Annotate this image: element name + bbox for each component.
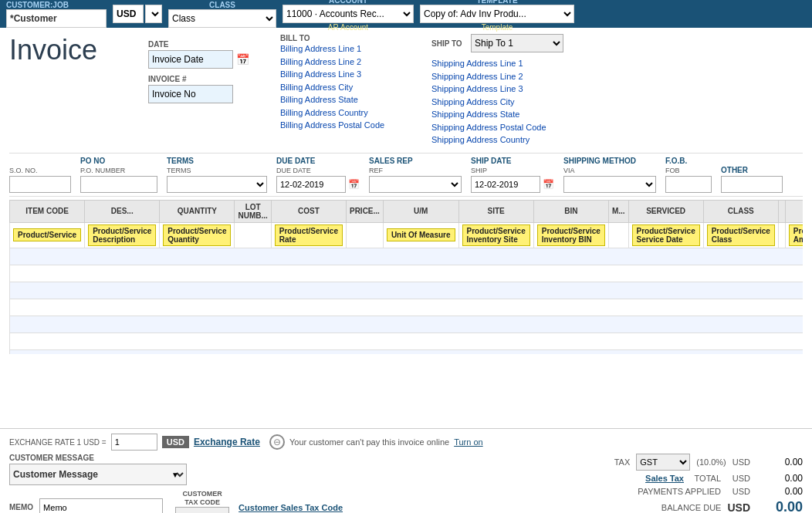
cell-desc[interactable]: Product/ServiceDescription <box>85 222 160 248</box>
bill-to-label: BILL TO <box>280 34 419 42</box>
template-select[interactable]: Copy of: Adv Inv Produ... <box>420 5 574 23</box>
cell-amount[interactable]: Product/ServiceAmount <box>785 222 803 248</box>
col-amount: AMOUNT <box>785 200 803 222</box>
ship-line-1: Shipping Address Line 1 <box>431 57 601 70</box>
po-no-col: PO No P.O. NUMBER <box>80 157 157 193</box>
due-date-col: Due Date DUE DATE 📅 <box>276 157 360 193</box>
terms-select[interactable] <box>167 176 267 193</box>
ship-country: Shipping Address Country <box>431 133 601 147</box>
other-col: Other <box>721 166 783 193</box>
sales-tax-link[interactable]: Sales Tax <box>645 474 684 483</box>
turn-on-link[interactable]: Turn on <box>454 437 483 447</box>
cell-cost[interactable]: Product/ServiceRate <box>271 222 346 248</box>
exchange-rate-input[interactable] <box>111 434 157 451</box>
currency-group: ▼ <box>113 5 162 23</box>
footer-main: CUSTOMER MESSAGE Customer Message ▼ MEMO… <box>9 454 803 513</box>
cell-bin[interactable]: Product/ServiceInventory BIN <box>533 222 608 248</box>
cell-lot[interactable] <box>235 222 271 248</box>
table-row[interactable] <box>10 316 804 332</box>
due-date-input[interactable] <box>276 176 346 193</box>
payments-label: PAYMENTS APPLIED <box>628 487 721 496</box>
fob-input[interactable] <box>665 176 712 193</box>
terms-label: Terms <box>167 157 267 165</box>
due-date-calendar-icon[interactable]: 📅 <box>348 179 360 190</box>
table-row[interactable] <box>10 265 804 282</box>
tooltip-product-service: Product/Service <box>13 228 81 241</box>
currency-select[interactable]: ▼ <box>145 5 162 23</box>
tooltip-ps-amount: Product/ServiceAmount <box>789 224 803 246</box>
exchange-usd-badge: USD <box>162 436 189 448</box>
shipping-method-select[interactable] <box>563 176 656 193</box>
other-input[interactable] <box>721 176 783 193</box>
po-no-input[interactable] <box>80 176 157 193</box>
table-row[interactable] <box>10 299 804 316</box>
invoice-no-group: INVOICE # <box>148 75 249 103</box>
customer-job-group: CUSTOMER:JOB <box>6 1 107 28</box>
cell-site[interactable]: Product/ServiceInventory Site <box>458 222 533 248</box>
memo-row: MEMO CUSTOMER TAX CODE Tax Customer Sale… <box>9 490 497 513</box>
customer-tax-code-link[interactable]: Customer Sales Tax Code <box>239 503 343 512</box>
cell-qty[interactable]: Product/ServiceQuantity <box>160 222 235 248</box>
sales-rep-sub: REF <box>369 167 462 174</box>
invoice-no-input[interactable] <box>148 85 233 103</box>
total-currency: USD <box>727 474 750 483</box>
tooltip-service-date: Product/ServiceService Date <box>632 224 700 246</box>
col-cost: COST <box>271 200 346 222</box>
cell-extra[interactable] <box>778 222 785 248</box>
class-label: CLASS <box>209 1 235 9</box>
bill-line-2: Billing Address Line 2 <box>280 56 419 69</box>
customer-job-input[interactable] <box>6 9 107 28</box>
cell-m[interactable] <box>608 222 628 248</box>
so-no-input[interactable] <box>9 176 71 193</box>
tax-gst-select[interactable]: GST <box>636 454 690 471</box>
col-site: SITE <box>458 200 533 222</box>
footer-right: TAX GST (10.0%) USD 0.00 Sales Tax TOTAL… <box>509 454 803 513</box>
balance-due-row: BALANCE DUE USD 0.00 <box>509 499 803 513</box>
customer-tax-code-select[interactable]: Tax <box>175 507 229 513</box>
class-group: CLASS Class <box>168 1 276 28</box>
shipping-method-col: Shipping Method VIA <box>563 157 656 193</box>
table-row[interactable]: Product/Service Product/ServiceDescripti… <box>10 222 804 248</box>
memo-input[interactable] <box>39 498 163 513</box>
table-row[interactable] <box>10 349 804 354</box>
cell-class[interactable]: Product/ServiceClass <box>703 222 778 248</box>
cell-item-code[interactable]: Product/Service <box>10 222 85 248</box>
terms-col: Terms TERMS <box>167 157 267 193</box>
class-select[interactable]: Class <box>168 9 276 28</box>
main-content: Invoice DATE 📅 INVOICE # BILL TO <box>0 28 812 428</box>
balance-due-value: 0.00 <box>756 499 803 513</box>
tax-row: TAX GST (10.0%) USD 0.00 <box>509 454 803 471</box>
tax-label: TAX <box>537 457 630 467</box>
items-table-wrapper[interactable]: ITEM CODE DES... QUANTITY LOT NUMB... CO… <box>9 200 803 354</box>
customer-msg-select[interactable]: Customer Message <box>9 464 187 485</box>
ship-date-label: Ship Date <box>471 157 554 165</box>
po-no-label: PO No <box>80 157 157 165</box>
currency-input[interactable] <box>113 5 144 23</box>
ship-line-3: Shipping Address Line 3 <box>431 83 601 96</box>
shipping-address: Shipping Address Line 1 Shipping Address… <box>431 57 601 147</box>
tooltip-ps-class: Product/ServiceClass <box>707 224 775 246</box>
tooltip-ps-rate: Product/ServiceRate <box>275 224 343 246</box>
bill-ship-section: BILL TO Billing Address Line 1 Billing A… <box>280 34 601 147</box>
col-desc: DES... <box>85 200 160 222</box>
table-row[interactable] <box>10 332 804 349</box>
ship-to-dropdown-wrap: Ship To 1 <box>471 34 563 52</box>
shipping-method-label: Shipping Method <box>563 157 656 165</box>
table-row[interactable] <box>10 248 804 265</box>
table-row[interactable] <box>10 282 804 299</box>
ship-to-select[interactable]: Ship To 1 <box>471 34 563 52</box>
exchange-rate-link[interactable]: Exchange Rate <box>194 437 260 447</box>
date-input[interactable] <box>148 50 233 69</box>
cell-serviced[interactable]: Product/ServiceService Date <box>628 222 703 248</box>
bill-postal: Billing Address Postal Code <box>280 119 419 132</box>
date-field-input: 📅 <box>148 50 249 69</box>
shipping-method-sub: VIA <box>563 167 656 174</box>
sales-rep-select[interactable] <box>369 176 462 193</box>
date-calendar-icon[interactable]: 📅 <box>236 53 249 66</box>
ship-date-calendar-icon[interactable]: 📅 <box>543 179 554 190</box>
cell-price[interactable] <box>346 222 383 248</box>
ship-date-input[interactable] <box>471 176 540 193</box>
table-area: ITEM CODE DES... QUANTITY LOT NUMB... CO… <box>9 200 803 354</box>
account-select[interactable]: 11000 · Accounts Rec... <box>283 5 414 23</box>
cell-um[interactable]: Unit Of Measure <box>383 222 458 248</box>
